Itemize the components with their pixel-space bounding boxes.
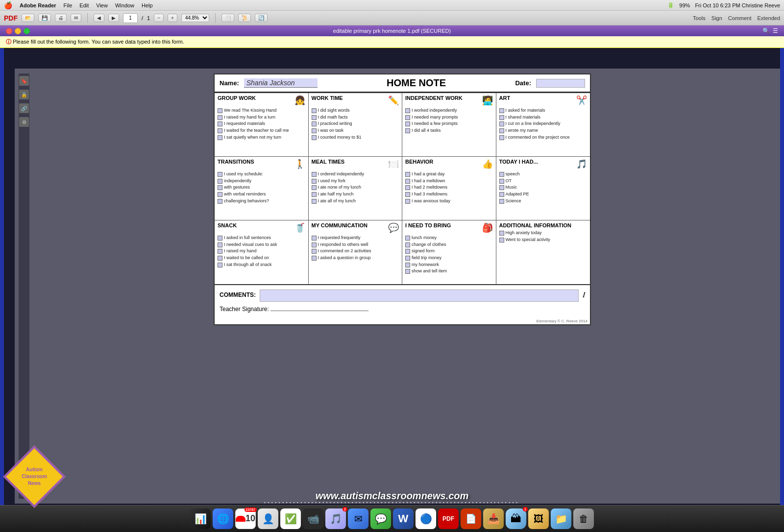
- nb-cb-4[interactable]: [405, 256, 410, 261]
- dock-word[interactable]: W: [393, 508, 414, 529]
- tr-cb-1[interactable]: [218, 172, 222, 177]
- btn-zoom-in[interactable]: +: [168, 14, 177, 22]
- search-icon[interactable]: 🔍: [762, 27, 770, 34]
- btn-zoom-out[interactable]: −: [154, 14, 164, 22]
- dock-safari[interactable]: 🌐: [213, 508, 233, 529]
- menu-window[interactable]: Window: [115, 2, 134, 8]
- panel-icon-1[interactable]: 🔖: [19, 76, 29, 86]
- btn-print[interactable]: 🖨: [55, 14, 67, 22]
- menu-file[interactable]: File: [64, 2, 73, 8]
- nb-cb-1[interactable]: [405, 236, 410, 241]
- dock-finder[interactable]: 🏔 1: [506, 508, 526, 529]
- dock-messages[interactable]: 💬: [370, 508, 391, 529]
- dock-pulse[interactable]: 📊: [190, 508, 211, 529]
- menu-edit[interactable]: Edit: [79, 2, 89, 8]
- dock-itunes[interactable]: 🎵 2: [325, 508, 346, 529]
- dock-acrobat[interactable]: PDF: [438, 508, 459, 529]
- menu-help[interactable]: Help: [142, 2, 153, 8]
- beh-cb-3[interactable]: [405, 185, 410, 190]
- tih-cb-5[interactable]: [499, 199, 504, 204]
- sidebar-toggle-icon[interactable]: ☰: [773, 27, 778, 34]
- ai-cb-1[interactable]: [499, 231, 504, 236]
- name-value[interactable]: Shania Jackson: [244, 78, 318, 88]
- sign-btn[interactable]: Sign: [711, 15, 722, 21]
- panel-icon-4[interactable]: ⚙: [19, 117, 29, 127]
- dock-facetime[interactable]: 📹: [303, 508, 323, 529]
- iw-cb-4[interactable]: [405, 128, 410, 133]
- extended-btn[interactable]: Extended: [758, 15, 780, 21]
- dock-reminders[interactable]: ✅: [280, 508, 301, 529]
- mt-cb-5[interactable]: [312, 199, 317, 204]
- dock-addressbook[interactable]: 👤: [258, 508, 278, 529]
- iw-cb-1[interactable]: [405, 108, 410, 113]
- nb-cb-5[interactable]: [405, 263, 410, 267]
- app-name[interactable]: Adobe Reader: [20, 2, 56, 8]
- mt-cb-4[interactable]: [312, 192, 317, 197]
- tr-cb-5[interactable]: [218, 199, 222, 204]
- wt-cb-2[interactable]: [312, 115, 317, 120]
- beh-cb-4[interactable]: [405, 192, 410, 197]
- gw-cb-5[interactable]: [218, 135, 222, 140]
- gw-cb-2[interactable]: [218, 115, 222, 120]
- btn-email[interactable]: ✉: [71, 14, 81, 22]
- art-cb-1[interactable]: [499, 108, 504, 113]
- btn-fit-page[interactable]: ⬜: [221, 14, 234, 22]
- dock-mail[interactable]: ✉: [348, 508, 368, 529]
- art-cb-3[interactable]: [499, 121, 504, 126]
- dock-trash[interactable]: 🗑: [573, 508, 594, 529]
- btn-prev-page[interactable]: ◀: [94, 14, 104, 22]
- dock-pdf-viewer[interactable]: 📄: [461, 508, 481, 529]
- art-cb-5[interactable]: [499, 135, 504, 140]
- wt-cb-1[interactable]: [312, 108, 317, 113]
- tih-cb-4[interactable]: [499, 192, 504, 197]
- tr-cb-3[interactable]: [218, 185, 222, 190]
- tr-cb-2[interactable]: [218, 179, 222, 184]
- nb-cb-6[interactable]: [405, 269, 410, 274]
- btn-open[interactable]: 📂: [22, 14, 34, 22]
- zoom-select[interactable]: 44.8% 50% 100%: [181, 14, 209, 22]
- nb-cb-2[interactable]: [405, 242, 410, 247]
- gw-cb-1[interactable]: [218, 108, 222, 113]
- dock-preview[interactable]: 🖼: [528, 508, 549, 529]
- iw-cb-2[interactable]: [405, 115, 410, 120]
- wt-cb-5[interactable]: [312, 135, 317, 140]
- sn-cb-4[interactable]: [218, 256, 222, 261]
- minimize-button[interactable]: [15, 28, 21, 34]
- mc-cb-4[interactable]: [312, 256, 317, 261]
- btn-scroll[interactable]: 📜: [238, 14, 251, 22]
- beh-cb-5[interactable]: [405, 199, 410, 204]
- sn-cb-3[interactable]: [218, 249, 222, 254]
- apple-menu[interactable]: 🍎: [4, 1, 12, 9]
- btn-save[interactable]: 💾: [38, 14, 51, 22]
- gw-cb-4[interactable]: [218, 128, 222, 133]
- wt-cb-3[interactable]: [312, 121, 317, 126]
- sn-cb-2[interactable]: [218, 242, 222, 247]
- mc-cb-2[interactable]: [312, 242, 317, 247]
- ai-cb-2[interactable]: [499, 238, 504, 242]
- mc-cb-3[interactable]: [312, 249, 317, 254]
- iw-cb-3[interactable]: [405, 121, 410, 126]
- dock-downloads[interactable]: 📥: [483, 508, 504, 529]
- tools-btn[interactable]: Tools: [693, 15, 706, 21]
- comments-field[interactable]: [260, 290, 579, 302]
- gw-cb-3[interactable]: [218, 121, 222, 126]
- tr-cb-4[interactable]: [218, 192, 222, 197]
- wt-cb-4[interactable]: [312, 128, 317, 133]
- mt-cb-1[interactable]: [312, 172, 317, 177]
- dock-chrome[interactable]: 🔵: [416, 508, 436, 529]
- tih-cb-1[interactable]: [499, 172, 504, 177]
- menu-view[interactable]: View: [96, 2, 108, 8]
- mt-cb-2[interactable]: [312, 179, 317, 184]
- beh-cb-2[interactable]: [405, 179, 410, 184]
- date-value[interactable]: [536, 79, 585, 88]
- panel-icon-3[interactable]: 🔗: [19, 103, 29, 113]
- beh-cb-1[interactable]: [405, 172, 410, 177]
- btn-next-page[interactable]: ▶: [108, 14, 119, 22]
- sn-cb-5[interactable]: [218, 263, 222, 267]
- tih-cb-3[interactable]: [499, 185, 504, 190]
- art-cb-4[interactable]: [499, 128, 504, 133]
- sn-cb-1[interactable]: [218, 236, 222, 241]
- mt-cb-3[interactable]: [312, 185, 317, 190]
- nb-cb-3[interactable]: [405, 249, 410, 254]
- btn-rotate[interactable]: 🔄: [255, 14, 268, 22]
